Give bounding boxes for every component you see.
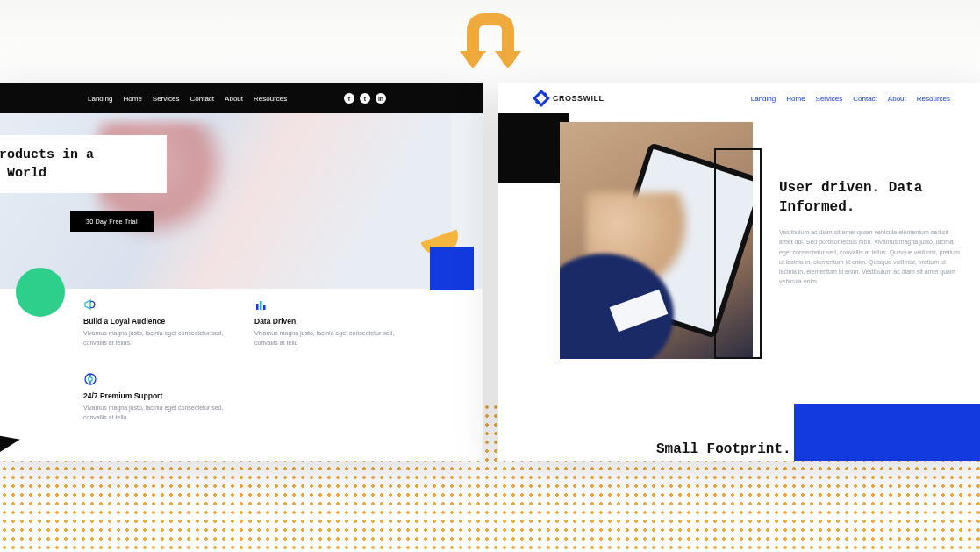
nav-link-contact[interactable]: Contact [190, 95, 215, 103]
brand-name: CROSSWILL [553, 94, 604, 103]
feature-card-data: Data Driven Vivamus magna justo, lacinia… [254, 298, 412, 348]
feature-title: 24/7 Premium Support [83, 391, 241, 400]
facebook-icon[interactable]: f [344, 93, 354, 104]
svg-rect-2 [263, 305, 266, 310]
nav-link-landing[interactable]: Landing [88, 95, 112, 103]
accent-shape-blue [794, 404, 980, 461]
nav-link-landing[interactable]: Landing [751, 95, 776, 103]
template-preview-left: Landing Home Services Contact About Reso… [0, 83, 483, 461]
left-hero: Products in a x World 30 Day Free Trial [0, 113, 483, 289]
hero-body: Vestibulum ac diam sit amet quam vehicul… [779, 227, 963, 286]
nav-link-contact[interactable]: Contact [853, 95, 877, 103]
hero-text-block: User driven. Data Informed. Vestibulum a… [779, 179, 963, 286]
brand-logo[interactable]: CROSSWILL [535, 92, 604, 104]
nav-link-services[interactable]: Services [153, 95, 180, 103]
feature-desc: Vivamus magna justo, lacinia eget consec… [83, 404, 241, 422]
cta-button[interactable]: 30 Day Free Trial [70, 211, 154, 232]
svg-rect-0 [256, 304, 259, 310]
accent-frame [714, 148, 762, 359]
feature-title: Data Driven [254, 317, 412, 326]
nav-link-about[interactable]: About [888, 95, 906, 103]
accent-shape-blue [430, 247, 474, 290]
megaphone-icon [83, 298, 97, 312]
right-nav: Landing Home Services Contact About Reso… [751, 95, 950, 103]
svg-rect-1 [260, 301, 262, 310]
template-preview-right: CROSSWILL Landing Home Services Contact … [498, 83, 980, 461]
nav-link-about[interactable]: About [225, 95, 243, 103]
left-features: Build a Loyal Audience Vivamus magna jus… [0, 289, 483, 298]
accent-shape-green [16, 268, 65, 317]
left-topbar: Landing Home Services Contact About Reso… [0, 83, 483, 113]
hero-headline: User driven. Data Informed. [779, 179, 963, 217]
feature-card-audience: Build a Loyal Audience Vivamus magna jus… [83, 298, 241, 348]
feature-card-support: 24/7 Premium Support Vivamus magna justo… [83, 372, 241, 422]
hero-title: Products in a x World [0, 146, 158, 183]
sub-headline: Small Footprint. [656, 441, 791, 459]
accent-shape-black [0, 434, 20, 461]
nav-link-services[interactable]: Services [816, 95, 843, 103]
nav-link-resources[interactable]: Resources [254, 95, 287, 103]
twitter-icon[interactable]: t [360, 93, 370, 104]
bars-icon [254, 298, 268, 312]
svg-point-4 [89, 377, 92, 381]
feature-desc: Vivamus magna justo, lacinia eget consec… [83, 329, 241, 348]
feature-desc: Vivamus magna justo, lacinia eget consec… [254, 329, 412, 348]
swap-arrows-icon [433, 7, 547, 81]
nav-link-resources[interactable]: Resources [917, 95, 950, 103]
accent-shape-black [498, 113, 569, 183]
logo-mark-icon [533, 90, 550, 107]
nav-link-home[interactable]: Home [123, 95, 141, 103]
nav-link-home[interactable]: Home [786, 95, 805, 103]
right-topbar: CROSSWILL Landing Home Services Contact … [498, 83, 980, 113]
support-icon [83, 372, 97, 386]
left-nav: Landing Home Services Contact About Reso… [88, 95, 287, 103]
left-socials: f t in [344, 93, 386, 104]
linkedin-icon[interactable]: in [376, 93, 386, 104]
feature-title: Build a Loyal Audience [83, 317, 241, 326]
